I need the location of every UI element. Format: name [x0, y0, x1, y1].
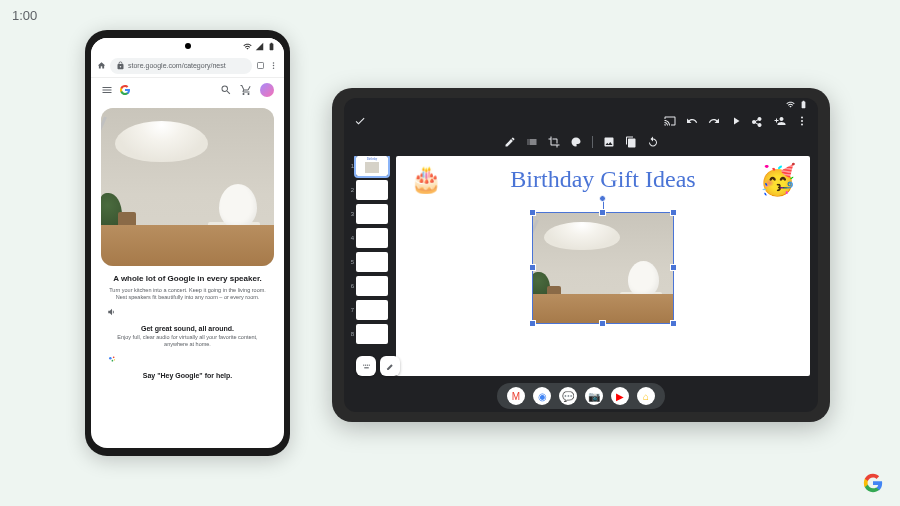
copy-icon[interactable]	[625, 136, 637, 148]
resize-handle-br[interactable]	[670, 320, 677, 327]
toolbar-separator	[592, 136, 593, 148]
slide-thumb[interactable]	[356, 180, 388, 200]
svg-rect-12	[365, 364, 366, 365]
dock-camera-icon[interactable]: 📷	[585, 387, 603, 405]
assistant-icon	[107, 354, 268, 364]
share-icon[interactable]	[752, 115, 764, 127]
hero-title: A whole lot of Google in every speaker.	[107, 274, 268, 284]
undo-icon[interactable]	[686, 115, 698, 127]
home-icon[interactable]	[97, 61, 106, 70]
audio-icon	[107, 307, 268, 317]
hero-image	[101, 108, 274, 266]
thumb-row[interactable]: 8	[348, 324, 390, 344]
svg-point-7	[112, 360, 114, 362]
thumb-row[interactable]: 1Birthday	[348, 156, 390, 176]
phone-content[interactable]: A whole lot of Google in every speaker. …	[91, 102, 284, 448]
lock-icon	[116, 61, 125, 70]
svg-point-8	[801, 117, 803, 119]
dock-messages-icon[interactable]: 💬	[559, 387, 577, 405]
thumb-number: 4	[348, 235, 354, 241]
slide-canvas[interactable]: 🎂 🥳 Birthday Gift Ideas	[396, 156, 810, 376]
tablet-status-bar	[344, 98, 818, 110]
sub1-title: Get great sound, all around.	[107, 325, 268, 332]
thumb-row[interactable]: 5	[348, 252, 390, 272]
svg-rect-14	[368, 364, 369, 365]
dock-chrome-icon[interactable]: ◉	[533, 387, 551, 405]
phone-screen: store.google.com/category/nest	[91, 38, 284, 448]
more-icon[interactable]	[796, 115, 808, 127]
resize-handle-bl[interactable]	[529, 320, 536, 327]
svg-rect-13	[366, 364, 367, 365]
stage-clock: 1:00	[12, 8, 37, 23]
dock-home-icon[interactable]: ⌂	[637, 387, 655, 405]
svg-point-10	[801, 124, 803, 126]
resize-handle-tl[interactable]	[529, 209, 536, 216]
signal-icon	[255, 42, 264, 51]
thumb-row[interactable]: 2	[348, 180, 390, 200]
slide-thumb[interactable]	[356, 228, 388, 248]
sub1-desc: Enjoy full, clear audio for virtually al…	[107, 334, 268, 348]
slide-title[interactable]: Birthday Gift Ideas	[396, 166, 810, 193]
slide-thumb[interactable]	[356, 252, 388, 272]
tablet-screen: 1Birthday2345678 🎂 🥳 Birthday Gift Ideas	[344, 98, 818, 412]
dock-gmail-icon[interactable]: M	[507, 387, 525, 405]
svg-point-2	[273, 65, 275, 67]
add-person-icon[interactable]	[774, 115, 786, 127]
tablet-dock: M◉💬📷▶⌂	[344, 380, 818, 412]
svg-rect-11	[363, 364, 364, 365]
slide-thumb[interactable]	[356, 300, 388, 320]
redo-icon[interactable]	[708, 115, 720, 127]
resize-handle-mr[interactable]	[670, 264, 677, 271]
thumb-row[interactable]: 4	[348, 228, 390, 248]
slide-thumbnails[interactable]: 1Birthday2345678	[348, 156, 390, 376]
svg-rect-15	[364, 367, 369, 368]
replace-image-icon[interactable]	[603, 136, 615, 148]
tablet-device: 1Birthday2345678 🎂 🥳 Birthday Gift Ideas	[332, 88, 830, 422]
resize-handle-tr[interactable]	[670, 209, 677, 216]
slide-thumb[interactable]	[356, 276, 388, 296]
slide-thumb[interactable]	[356, 324, 388, 344]
more-icon[interactable]	[269, 61, 278, 70]
slide-thumb[interactable]	[356, 204, 388, 224]
dock-youtube-icon[interactable]: ▶	[611, 387, 629, 405]
search-icon[interactable]	[220, 84, 232, 96]
svg-point-5	[113, 357, 115, 359]
url-pill[interactable]: store.google.com/category/nest	[110, 58, 252, 74]
tabs-icon[interactable]	[256, 61, 265, 70]
slide-thumb[interactable]: Birthday	[356, 156, 388, 176]
google-logo-icon[interactable]	[119, 84, 131, 96]
thumb-number: 6	[348, 283, 354, 289]
resize-handle-ml[interactable]	[529, 264, 536, 271]
cart-icon[interactable]	[240, 84, 252, 96]
crop-icon[interactable]	[548, 136, 560, 148]
thumb-number: 1	[348, 163, 354, 169]
svg-point-3	[273, 67, 275, 69]
cast-icon[interactable]	[664, 115, 676, 127]
thumb-row[interactable]: 7	[348, 300, 390, 320]
palette-icon[interactable]	[570, 136, 582, 148]
browser-url-bar: store.google.com/category/nest	[91, 54, 284, 78]
wifi-icon	[786, 100, 795, 109]
url-text: store.google.com/category/nest	[128, 62, 226, 69]
app-topbar	[344, 110, 818, 132]
hero-desc: Turn your kitchen into a concert. Keep i…	[107, 287, 268, 301]
svg-point-4	[109, 357, 112, 360]
present-icon[interactable]	[730, 115, 742, 127]
thumb-row[interactable]: 6	[348, 276, 390, 296]
keyboard-button[interactable]	[356, 356, 376, 376]
avatar[interactable]	[260, 83, 274, 97]
menu-icon[interactable]	[101, 84, 113, 96]
thumb-row[interactable]: 3	[348, 204, 390, 224]
list-icon[interactable]	[526, 136, 538, 148]
phone-camera-hole	[185, 43, 191, 49]
reset-icon[interactable]	[647, 136, 659, 148]
edit-icon[interactable]	[504, 136, 516, 148]
stylus-button[interactable]	[380, 356, 400, 376]
inserted-image[interactable]	[532, 212, 674, 324]
rotate-handle[interactable]	[599, 195, 606, 202]
resize-handle-tm[interactable]	[599, 209, 606, 216]
dock-pill: M◉💬📷▶⌂	[497, 383, 665, 409]
resize-handle-bm[interactable]	[599, 320, 606, 327]
svg-point-6	[114, 359, 115, 360]
done-icon[interactable]	[354, 115, 366, 127]
